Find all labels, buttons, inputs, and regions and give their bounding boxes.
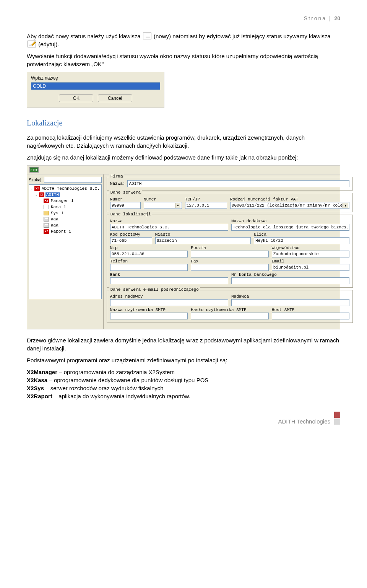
intro-paragraph-1: Aby dodać nowy status należy użyć klawis… (27, 32, 340, 48)
page-number: 20 (334, 15, 340, 21)
search-input[interactable] (44, 177, 102, 183)
app-x2kasa-desc: – oprogramowanie dedykowane dla punktów … (47, 377, 208, 383)
smtp-adres-input[interactable] (110, 299, 228, 306)
ulica-label: Ulica (254, 232, 349, 237)
loc-paragraph-1: Za pomocą lokalizacji definiujemy wszelk… (27, 134, 340, 150)
dialog-name-input[interactable] (31, 82, 160, 90)
smtp-user-input[interactable] (110, 313, 188, 319)
apps-list: X2Manager – oprogramowania do zarządzani… (27, 368, 340, 400)
groupbox-title: Dane lokalizacji (109, 212, 152, 217)
app-x2raport: X2Raport (27, 393, 52, 399)
chevron-down-icon: ▼ (343, 203, 348, 208)
printer-icon (44, 223, 49, 228)
smtp-nadawca-label: Nadawca (231, 294, 349, 299)
groupbox-title: Dane serwera e-mail pośredniczącego (109, 287, 200, 292)
tcpip-input[interactable] (185, 202, 227, 209)
numer2-select[interactable]: ▼ (144, 202, 182, 209)
tree-row[interactable]: aaa (30, 216, 101, 222)
lok-nazwa-input[interactable] (110, 224, 228, 231)
after-paragraph-2: Podstawowymi programami oraz urządzeniam… (27, 356, 340, 364)
after-paragraph-1: Drzewo główne lokalizacji zawiera domyśl… (27, 336, 340, 352)
tree-row[interactable]: - X2 ADITH (30, 192, 101, 198)
dialog-label: Wpisz nazwę (31, 75, 160, 81)
folder-icon (44, 211, 49, 215)
tree-label: ADITH (45, 192, 60, 197)
tel-label: Telefon (110, 259, 188, 264)
lok-nazwa-label: Nazwa (110, 219, 228, 223)
numer2-label: Numer (144, 197, 182, 202)
poczta-input[interactable] (191, 251, 268, 257)
groupbox-serwer: Dane serwera Numer Numer ▼ (107, 193, 353, 212)
lok-nazwa-dod-input[interactable] (231, 224, 349, 231)
kod-label: Kod pocztowy (110, 232, 152, 237)
numer-input[interactable] (110, 202, 141, 209)
tree-label: Kasa 1 (50, 205, 67, 209)
kod-input[interactable] (110, 237, 152, 244)
miasto-label: Miasto (155, 232, 251, 237)
section-title-lokalizacje: Lokalizacje (27, 119, 340, 127)
smtp-host-input[interactable] (272, 313, 349, 319)
vat-label: Rodzaj numeracji faktur VAT (230, 197, 349, 202)
smtp-pass-label: Hasło użytkownika SMTP (191, 308, 268, 312)
tree-label: aaa (50, 223, 59, 228)
email-label: Email (272, 259, 349, 264)
bank-label: Bank (110, 272, 228, 277)
woj-input[interactable] (272, 251, 349, 257)
intro-text-1b: (nowy) natomiast by edytować już istniej… (154, 33, 331, 39)
intro-text-1c: (edytuj). (38, 41, 59, 47)
tree-row[interactable]: X2 Raport 1 (30, 228, 101, 235)
app-x2manager: X2Manager (27, 369, 57, 375)
vat-value: 00000/111/222 (lokalizacja/nr zmiany/nr … (232, 203, 343, 208)
konto-input[interactable] (231, 277, 349, 284)
tree-row[interactable]: aaa (30, 222, 101, 228)
x2-icon: X2 (44, 199, 49, 203)
ulica-input[interactable] (254, 237, 349, 244)
location-tree[interactable]: - X2 ADITH Technologies S.C. - X2 ADITH … (29, 184, 102, 299)
tree-label: Raport 1 (50, 229, 72, 234)
page-header: Strona | 20 (27, 15, 340, 21)
app-x2sys: X2Sys (27, 385, 44, 391)
app-x2kasa: X2Kasa (27, 377, 47, 383)
groupbox-lokalizacja: Dane lokalizacji Nazwa Nazwa dodakowa (107, 215, 353, 288)
fax-input[interactable] (191, 264, 268, 271)
exit-button[interactable]: EXIT (29, 167, 39, 173)
groupbox-title: Firma (109, 174, 124, 179)
tree-label: ADITH Technologies S.C. (41, 186, 101, 191)
smtp-adres-label: Adres nadawcy (110, 294, 228, 299)
search-label: Szukaj: (29, 178, 42, 182)
printer-icon (44, 217, 49, 222)
footer-logo-icon (334, 412, 340, 425)
new-icon (143, 33, 151, 39)
tree-collapse-icon[interactable]: - (34, 192, 38, 197)
tree-label: Sys 1 (50, 211, 64, 215)
tree-label: aaa (50, 217, 59, 222)
tree-label: Manager 1 (50, 199, 74, 203)
intro-text-1a: Aby dodać nowy status należy użyć klawis… (27, 33, 141, 39)
numer-label: Numer (110, 197, 141, 202)
vat-select[interactable]: 00000/111/222 (lokalizacja/nr zmiany/nr … (230, 202, 349, 209)
smtp-pass-input[interactable] (191, 313, 268, 319)
tree-row[interactable]: Sys 1 (30, 210, 101, 216)
tree-row[interactable]: - X2 ADITH Technologies S.C. (30, 186, 101, 192)
miasto-input[interactable] (155, 237, 251, 244)
page-header-label: Strona | (304, 15, 332, 21)
x2-icon: X2 (44, 229, 49, 234)
tel-input[interactable] (110, 264, 188, 271)
tree-row[interactable]: X2 Manager 1 (30, 198, 101, 204)
smtp-host-label: Host SMTP (272, 308, 349, 312)
woj-label: Województwo (272, 246, 349, 250)
nip-input[interactable] (110, 251, 188, 257)
konto-label: Nr konta bankowego (231, 272, 349, 277)
intro-paragraph-2: Wywołanie funkcji dodawania/edycji statu… (27, 52, 340, 68)
cancel-button[interactable]: Cancel (98, 94, 132, 102)
smtp-nadawca-input[interactable] (231, 299, 349, 306)
tree-collapse-icon[interactable]: - (30, 186, 34, 191)
bank-input[interactable] (110, 277, 228, 284)
groupbox-firma: Firma Nazwa: (107, 177, 353, 191)
app-x2manager-desc: – oprogramowania do zarządzania X2System (57, 369, 175, 375)
ok-button[interactable]: OK (59, 94, 93, 102)
tree-row[interactable]: Kasa 1 (30, 204, 101, 210)
loc-paragraph-2: Znajdując się na danej lokalizacji możem… (27, 153, 340, 161)
email-input[interactable] (272, 264, 349, 271)
firma-nazwa-input[interactable] (127, 180, 349, 187)
